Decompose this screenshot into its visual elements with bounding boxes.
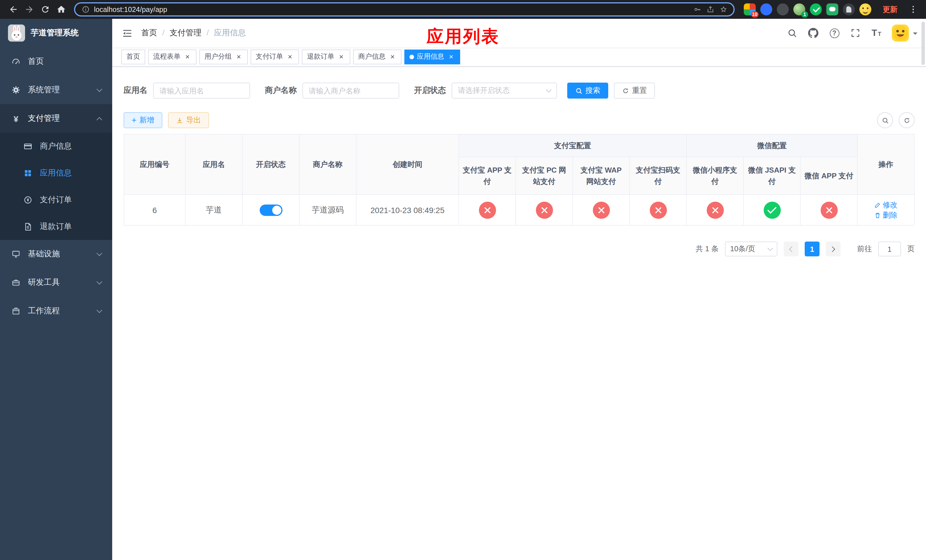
breadcrumb-payment[interactable]: 支付管理 <box>170 28 214 38</box>
sidebar-item-system[interactable]: 系统管理 <box>0 76 112 104</box>
help-icon[interactable] <box>829 27 840 39</box>
sidebar-item-workflow[interactable]: 工作流程 <box>0 297 112 325</box>
font-size-icon[interactable] <box>871 27 882 39</box>
export-button[interactable]: 导出 <box>168 112 209 128</box>
col-header: 支付宝扫码支付 <box>629 157 687 195</box>
breadcrumb: 首页 支付管理 应用信息 <box>141 28 246 38</box>
extension-knight-icon[interactable] <box>843 3 855 15</box>
close-icon[interactable] <box>286 53 294 61</box>
sidebar-item-infrastructure[interactable]: 基础设施 <box>0 240 112 268</box>
close-icon[interactable] <box>235 53 243 61</box>
sidebar-item-devtools[interactable]: 研发工具 <box>0 268 112 297</box>
sidebar-item-refund-order[interactable]: 退款订单 <box>0 213 112 240</box>
extension-grid-icon[interactable]: 10 <box>744 3 756 15</box>
extension-dark-icon[interactable] <box>777 3 789 15</box>
page-unit-label: 页 <box>907 244 915 254</box>
search-button[interactable]: 搜索 <box>567 83 608 98</box>
close-icon[interactable] <box>183 53 191 61</box>
status-select-placeholder: 请选择开启状态 <box>458 85 510 96</box>
edit-link[interactable]: 修改 <box>874 200 897 210</box>
col-header: 应用名 <box>185 134 242 195</box>
page-number-button[interactable]: 1 <box>805 242 820 256</box>
tab-label: 流程表单 <box>153 52 180 62</box>
sidebar-item-app-info[interactable]: 应用信息 <box>0 159 112 186</box>
sidebar-logo[interactable]: 芋道管理系统 <box>0 19 112 47</box>
enabled-switch[interactable] <box>259 204 282 216</box>
extension-badge: 10 <box>751 11 758 18</box>
refresh-icon <box>622 87 629 94</box>
sidebar-item-home[interactable]: 首页 <box>0 47 112 76</box>
tab-merchant-info[interactable]: 商户信息 <box>353 49 401 64</box>
screen: localhost:1024/pay/app 10 1 <box>0 0 926 560</box>
tab-app-info[interactable]: 应用信息 <box>404 49 460 64</box>
status-select[interactable]: 请选择开启状态 <box>452 83 557 98</box>
search-icon[interactable] <box>787 27 798 39</box>
browser-home-button[interactable] <box>53 2 68 17</box>
col-header: 微信 JSAPI 支付 <box>743 157 800 195</box>
sidebar-item-pay-order[interactable]: 支付订单 <box>0 186 112 213</box>
delete-link[interactable]: 删除 <box>874 210 897 220</box>
trash-icon <box>874 212 881 218</box>
chevron-down-icon <box>97 86 102 92</box>
app-table: 应用编号 应用名 开启状态 商户名称 创建时间 支付宝配置 微信配置 操作 支付… <box>124 134 915 226</box>
tab-pay-order[interactable]: 支付订单 <box>251 49 299 64</box>
sidebar-item-merchant-info[interactable]: 商户信息 <box>0 133 112 159</box>
sidebar-fold-icon[interactable] <box>121 27 133 39</box>
tags-view: 首页 流程表单 用户分组 支付订单 退款订单 <box>112 47 926 67</box>
tab-refund-order[interactable]: 退款订单 <box>302 49 350 64</box>
navbar: 首页 支付管理 应用信息 <box>112 19 926 47</box>
browser-back-button[interactable] <box>6 2 21 17</box>
url-text[interactable]: localhost:1024/pay/app <box>94 5 167 14</box>
app-table-wrap: 应用编号 应用名 开启状态 商户名称 创建时间 支付宝配置 微信配置 操作 支付… <box>124 134 915 226</box>
github-icon[interactable] <box>808 27 819 39</box>
browser-reload-button[interactable] <box>38 2 52 17</box>
app-name-label: 应用名 <box>124 85 147 96</box>
tab-home[interactable]: 首页 <box>121 49 145 64</box>
site-info-icon[interactable] <box>81 5 90 14</box>
tab-label: 商户信息 <box>358 52 386 62</box>
user-menu[interactable] <box>892 24 917 42</box>
col-header: 支付宝 PC 网站支付 <box>516 157 573 195</box>
refresh-table-button[interactable] <box>899 112 915 128</box>
status-icon <box>763 201 781 218</box>
extension-emoji-icon[interactable] <box>859 3 872 15</box>
page-size-select[interactable]: 10条/页 <box>725 242 777 256</box>
extension-blue-icon[interactable] <box>760 3 772 15</box>
close-icon[interactable] <box>388 53 396 61</box>
bookmark-star-icon[interactable] <box>719 5 728 14</box>
next-page-button[interactable] <box>826 242 841 256</box>
yen-icon: ¥ <box>11 114 21 123</box>
browser-forward-button[interactable] <box>22 2 36 17</box>
close-icon[interactable] <box>447 53 455 61</box>
fullscreen-icon[interactable] <box>850 27 861 39</box>
browser-menu-kebab-icon[interactable] <box>905 2 920 17</box>
gear-icon <box>11 85 21 95</box>
toolbox-icon <box>11 278 21 287</box>
sidebar-item-payment[interactable]: ¥ 支付管理 <box>0 104 112 133</box>
goto-page-input[interactable] <box>878 242 901 256</box>
breadcrumb-home[interactable]: 首页 <box>141 28 170 38</box>
scrollbar-thumb[interactable] <box>921 22 925 65</box>
password-key-icon[interactable] <box>693 5 702 14</box>
col-header: 开启状态 <box>242 134 299 195</box>
address-bar[interactable]: localhost:1024/pay/app <box>74 2 735 17</box>
close-icon[interactable] <box>337 53 345 61</box>
add-button[interactable]: + 新增 <box>124 112 162 128</box>
group-header-wechat: 微信配置 <box>687 134 857 157</box>
prev-page-button[interactable] <box>784 242 799 256</box>
chrome-update-button[interactable]: 更新 <box>879 4 901 15</box>
tab-process-form[interactable]: 流程表单 <box>148 49 197 64</box>
tab-user-group[interactable]: 用户分组 <box>199 49 248 64</box>
extension-avatar-icon[interactable]: 1 <box>793 3 805 15</box>
extension-wechat-icon[interactable] <box>826 3 838 15</box>
dashboard-icon <box>11 57 21 66</box>
merchant-name-input[interactable] <box>303 83 399 98</box>
extension-check-icon[interactable] <box>810 3 822 15</box>
document-icon <box>23 222 33 231</box>
app-name-input[interactable] <box>153 83 250 98</box>
reset-button[interactable]: 重置 <box>614 83 655 98</box>
toggle-search-button[interactable] <box>877 112 893 128</box>
page-content: 应用名 商户名称 开启状态 请选择开启状态 搜索 重置 <box>112 67 926 560</box>
app-shell: 芋道管理系统 首页 系统管理 ¥ <box>0 19 926 560</box>
share-icon[interactable] <box>706 5 715 14</box>
